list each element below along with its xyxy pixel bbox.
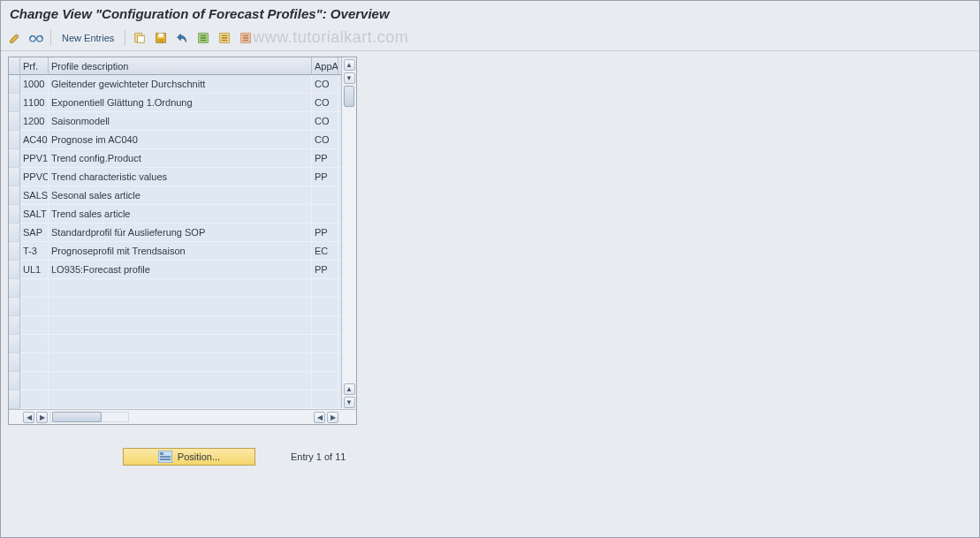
cell-prf[interactable] — [20, 372, 49, 390]
cell-description[interactable]: Trend config.Product — [49, 149, 312, 168]
row-selector[interactable] — [9, 168, 20, 186]
cell-prf[interactable] — [20, 390, 49, 409]
cell-app[interactable] — [312, 353, 338, 372]
cell-prf[interactable]: PPVC — [20, 168, 49, 186]
cell-app[interactable] — [312, 372, 338, 390]
cell-app[interactable]: PP — [312, 224, 338, 242]
select-block-icon[interactable] — [216, 29, 233, 47]
cell-app[interactable]: PP — [312, 261, 338, 279]
cell-description[interactable] — [49, 335, 312, 353]
cell-app[interactable] — [312, 298, 338, 316]
scroll-down-arrow-icon[interactable]: ▼ — [344, 72, 355, 84]
cell-app[interactable] — [312, 335, 338, 353]
cell-app[interactable] — [312, 390, 338, 409]
cell-description[interactable]: Prognose im AC040 — [49, 131, 312, 149]
row-selector[interactable] — [9, 94, 20, 112]
row-selector[interactable] — [9, 131, 20, 149]
cell-prf[interactable] — [20, 279, 49, 298]
cell-prf[interactable]: 1200 — [20, 112, 49, 131]
cell-description[interactable] — [49, 372, 312, 390]
cell-prf[interactable]: UL1 — [20, 261, 49, 279]
row-selector[interactable] — [9, 186, 20, 205]
save-icon[interactable] — [152, 29, 170, 47]
cell-prf[interactable]: PPV1 — [20, 149, 49, 168]
cell-description[interactable]: Gleitender gewichteter Durchschnitt — [49, 75, 312, 94]
cell-prf[interactable] — [20, 316, 49, 335]
cell-description[interactable]: Trend characteristic values — [49, 168, 312, 186]
cell-prf[interactable]: SALT — [20, 205, 49, 224]
cell-app[interactable]: CO — [312, 75, 338, 94]
undo-icon[interactable] — [173, 29, 191, 47]
copy-icon[interactable] — [131, 29, 148, 47]
row-selector[interactable] — [9, 224, 20, 242]
cell-prf[interactable]: 1100 — [20, 94, 49, 112]
table-corner[interactable] — [9, 57, 20, 75]
cell-description[interactable]: LO935:Forecast profile — [49, 261, 312, 279]
scroll-down-arrow-icon[interactable]: ▼ — [344, 397, 355, 408]
cell-app[interactable] — [312, 316, 338, 335]
row-selector[interactable] — [9, 316, 20, 335]
cell-prf[interactable]: 1000 — [20, 75, 49, 94]
row-selector[interactable] — [9, 353, 20, 372]
row-selector[interactable] — [9, 75, 20, 94]
scroll-left-arrow-icon[interactable]: ◀ — [314, 412, 325, 423]
scroll-up-arrow-icon[interactable]: ▲ — [344, 59, 355, 71]
vertical-scrollbar[interactable]: ▲ ▼ ▲ ▼ — [341, 57, 356, 408]
cell-description[interactable]: Standardprofil für Auslieferung SOP — [49, 224, 312, 242]
cell-description[interactable]: Exponentiell Glättung 1.Ordnung — [49, 94, 312, 112]
cell-app[interactable] — [312, 186, 338, 205]
cell-description[interactable] — [49, 390, 312, 409]
scroll-track[interactable] — [49, 412, 129, 422]
select-all-icon[interactable] — [194, 29, 212, 47]
scroll-left-arrow-icon[interactable]: ◀ — [23, 412, 34, 423]
scroll-right-arrow-icon[interactable]: ▶ — [36, 412, 48, 423]
cell-description[interactable] — [49, 279, 312, 298]
cell-app[interactable]: EC — [312, 242, 338, 261]
cell-description[interactable]: Trend sales article — [49, 205, 312, 224]
cell-description[interactable]: Saisonmodell — [49, 112, 312, 131]
row-selector[interactable] — [9, 112, 20, 131]
new-entries-button[interactable]: New Entries — [57, 29, 119, 47]
row-selector[interactable] — [9, 242, 20, 261]
row-selector[interactable] — [9, 279, 20, 298]
row-selector[interactable] — [9, 205, 20, 224]
scroll-thumb[interactable] — [52, 412, 102, 422]
scroll-right-arrow-icon[interactable]: ▶ — [327, 412, 338, 423]
col-header-description[interactable]: Profile description — [49, 57, 312, 75]
cell-app[interactable]: PP — [312, 168, 338, 186]
cell-app[interactable] — [312, 279, 338, 298]
scroll-up-arrow-icon[interactable]: ▲ — [344, 383, 355, 395]
cell-description[interactable] — [49, 353, 312, 372]
row-selector[interactable] — [9, 372, 20, 390]
cell-prf[interactable]: AC40 — [20, 131, 49, 149]
cell-prf[interactable] — [20, 298, 49, 316]
cell-app[interactable]: CO — [312, 131, 338, 149]
row-selector[interactable] — [9, 335, 20, 353]
row-selector[interactable] — [9, 298, 20, 316]
cell-prf[interactable]: SALS — [20, 186, 49, 205]
cell-prf[interactable] — [20, 353, 49, 372]
cell-prf[interactable]: T-3 — [20, 242, 49, 261]
row-selector[interactable] — [9, 149, 20, 168]
toggle-display-change-icon[interactable] — [6, 29, 24, 47]
cell-app[interactable]: PP — [312, 149, 338, 168]
cell-description[interactable]: Prognoseprofil mit Trendsaison — [49, 242, 312, 261]
svg-rect-8 — [201, 34, 207, 36]
scroll-thumb[interactable] — [344, 86, 354, 107]
cell-app[interactable]: CO — [312, 94, 338, 112]
cell-prf[interactable]: SAP — [20, 224, 49, 242]
cell-description[interactable]: Sesonal sales article — [49, 186, 312, 205]
cell-description[interactable] — [49, 316, 312, 335]
svg-rect-16 — [243, 34, 249, 36]
row-selector[interactable] — [9, 261, 20, 279]
position-button[interactable]: Position... — [123, 448, 255, 466]
cell-app[interactable] — [312, 205, 338, 224]
cell-description[interactable] — [49, 298, 312, 316]
horizontal-scrollbar[interactable]: ◀ ▶ ◀ ▶ — [9, 409, 356, 424]
cell-app[interactable]: CO — [312, 112, 338, 131]
col-header-app[interactable]: AppA — [312, 57, 338, 75]
cell-prf[interactable] — [20, 335, 49, 353]
details-glasses-icon[interactable] — [27, 29, 45, 47]
row-selector[interactable] — [9, 390, 20, 409]
col-header-prf[interactable]: Prf. — [20, 57, 49, 75]
